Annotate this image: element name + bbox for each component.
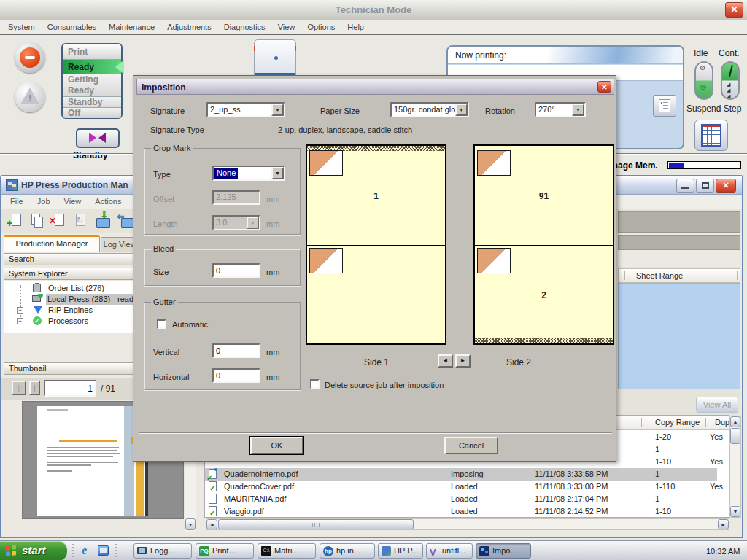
menu-diagnostics[interactable]: Diagnostics	[219, 20, 271, 34]
scroll-left-button[interactable]: ◄	[206, 519, 217, 529]
column-separator	[624, 271, 625, 280]
sheet-range-list[interactable]	[618, 283, 740, 389]
counter-button[interactable]	[694, 120, 728, 151]
dialog-titlebar[interactable]: Imposition ✕	[136, 79, 614, 95]
tree-item-order-list[interactable]: Order List (276)	[4, 283, 133, 294]
job-status-cell: Imposing	[451, 468, 484, 481]
crop-offset-label: Offset	[153, 195, 174, 203]
task-button-untitled[interactable]: V untitl...	[426, 543, 473, 559]
quicklaunch-handle[interactable]	[115, 544, 117, 558]
page-number-input[interactable]	[44, 380, 96, 397]
cancel-button[interactable]: Cancel	[444, 437, 498, 454]
copy-range-column-header[interactable]: Copy Range	[655, 416, 700, 429]
menu-help[interactable]: Help	[342, 20, 369, 34]
hp-menu-file[interactable]: File	[4, 195, 29, 208]
menu-view[interactable]: View	[273, 20, 301, 34]
job-row[interactable]: ✓ Viaggio.pdf Loaded 11/11/08 2:14:52 PM…	[205, 505, 717, 518]
view-all-button[interactable]: View All	[696, 397, 738, 413]
expand-box[interactable]: +	[17, 307, 23, 314]
scroll-down-button[interactable]: ▼	[730, 506, 740, 517]
thumbnail-page[interactable]	[37, 406, 148, 516]
hp-menu-job[interactable]: Job	[31, 195, 56, 208]
hp-minimize-button[interactable]	[676, 179, 694, 192]
chevron-down-icon[interactable]: ▼	[271, 167, 284, 179]
duplex-column-header[interactable]: Dup	[715, 416, 729, 429]
signature-dropdown[interactable]: 2_up_ss ▼	[206, 102, 285, 117]
thumbnail-header[interactable]: Thumbnail	[4, 362, 133, 375]
hp-menu-actions[interactable]: Actions	[89, 195, 127, 208]
task-label: hp in...	[336, 546, 360, 555]
job-name-cell: QuadernoCover.pdf	[224, 481, 294, 493]
tree-item-processors[interactable]: + ✓ Processors	[4, 316, 133, 327]
start-button[interactable]: start	[0, 541, 67, 560]
jobs-hscrollbar[interactable]: ◄ ►	[206, 518, 729, 530]
tree-item-local-press[interactable]: Local Press (283) - ready	[4, 294, 133, 305]
import-job-button[interactable]: ⇩	[93, 211, 114, 231]
crop-type-dropdown[interactable]: None ▼	[212, 166, 285, 181]
standby-button[interactable]	[76, 128, 120, 148]
rotation-dropdown[interactable]: 270° ▼	[535, 102, 586, 117]
paper-size-dropdown[interactable]: 150gr. condat glos ▼	[390, 102, 469, 117]
tree-item-rip-engines[interactable]: + RIP Engines	[4, 305, 133, 316]
copy-job-button[interactable]	[28, 211, 47, 231]
vscroll-thumb[interactable]	[730, 428, 740, 444]
delete-job-button[interactable]: ✕	[48, 211, 67, 231]
task-button-printq[interactable]: PQ Print...	[196, 543, 254, 559]
job-row[interactable]: MAURITANIA.pdf Loaded 11/11/08 2:17:04 P…	[205, 493, 717, 505]
chevron-down-icon[interactable]: ▼	[572, 104, 584, 116]
hp-maximize-button[interactable]	[696, 179, 714, 192]
task-button-logging[interactable]: Logg...	[133, 543, 192, 559]
bleed-size-input[interactable]	[212, 263, 260, 278]
next-side-button[interactable]: ►	[455, 354, 471, 368]
outlook-quicklaunch-icon[interactable]	[98, 545, 109, 556]
cont-toggle[interactable]: ◢◢◢	[721, 61, 740, 100]
system-explorer-header[interactable]: System Explorer	[4, 268, 133, 280]
task-button-imposition-active[interactable]: Impo...	[476, 543, 531, 559]
technician-titlebar[interactable]: Technician Mode ✕	[0, 0, 747, 20]
refresh-button[interactable]: ↻	[71, 211, 90, 231]
hp-close-button[interactable]: ✕	[716, 179, 736, 192]
stop-button[interactable]	[15, 42, 45, 73]
ok-button[interactable]: OK	[250, 437, 303, 454]
menu-maintenance[interactable]: Maintenance	[104, 20, 160, 34]
quicklaunch-handle[interactable]	[72, 544, 74, 558]
task-button-hp-press[interactable]: HP P...	[378, 543, 423, 559]
signature-type-value: 2-up, duplex, landscape, saddle stitch	[278, 125, 412, 134]
gutter-vertical-input[interactable]	[212, 343, 260, 358]
menu-options[interactable]: Options	[302, 20, 340, 34]
warning-button[interactable]: !	[15, 82, 45, 112]
delete-source-checkbox[interactable]	[310, 379, 320, 389]
clock[interactable]: 10:32 AM	[706, 547, 740, 556]
tab-production-manager[interactable]: Production Manager	[4, 235, 100, 252]
new-job-button[interactable]: +	[6, 211, 25, 231]
pager-prev-button[interactable]: |	[29, 381, 40, 395]
scroll-right-button[interactable]: ►	[718, 519, 729, 529]
expand-box[interactable]: +	[17, 318, 23, 324]
sheet-range-header[interactable]: Sheet Range	[618, 268, 740, 283]
crop-length-value: 3.0	[214, 217, 227, 229]
technician-close-button[interactable]: ✕	[725, 2, 743, 18]
scroll-up-button[interactable]: ▲	[730, 416, 740, 427]
hscroll-thumb[interactable]	[218, 519, 414, 529]
menu-adjustments[interactable]: Adjustments	[162, 20, 217, 34]
menu-consumables[interactable]: Consumables	[42, 20, 101, 34]
automatic-checkbox[interactable]	[157, 319, 166, 329]
idle-toggle[interactable]: ⚙ ◎	[694, 61, 713, 100]
chevron-down-icon[interactable]: ▼	[271, 104, 284, 116]
jobs-vscrollbar[interactable]: ▲ ▼	[729, 416, 741, 518]
job-row[interactable]: ✓ QuadernoCover.pdf Loaded 11/11/08 3:33…	[205, 481, 717, 493]
pager-first-button[interactable]: ||	[12, 381, 26, 395]
job-properties-button[interactable]	[653, 95, 676, 117]
hp-menu-view[interactable]: View	[58, 195, 88, 208]
task-button-matrix[interactable]: C:\ Matri...	[258, 543, 316, 559]
search-header[interactable]: Search	[4, 253, 133, 265]
ie-quicklaunch-icon[interactable]: e	[82, 544, 95, 557]
gutter-horizontal-input[interactable]	[212, 368, 260, 383]
prev-side-button[interactable]: ◄	[438, 354, 453, 368]
job-row-selected[interactable]: ✓ QuadernoInterno.pdf Imposing 11/11/08 …	[205, 468, 717, 481]
task-button-hp-info[interactable]: hp hp in...	[320, 543, 375, 559]
menu-system[interactable]: System	[3, 20, 40, 34]
dialog-close-button[interactable]: ✕	[597, 81, 611, 93]
thumbnail-scroll-down-button[interactable]: ▼	[185, 518, 196, 530]
chevron-down-icon[interactable]: ▼	[455, 104, 468, 116]
